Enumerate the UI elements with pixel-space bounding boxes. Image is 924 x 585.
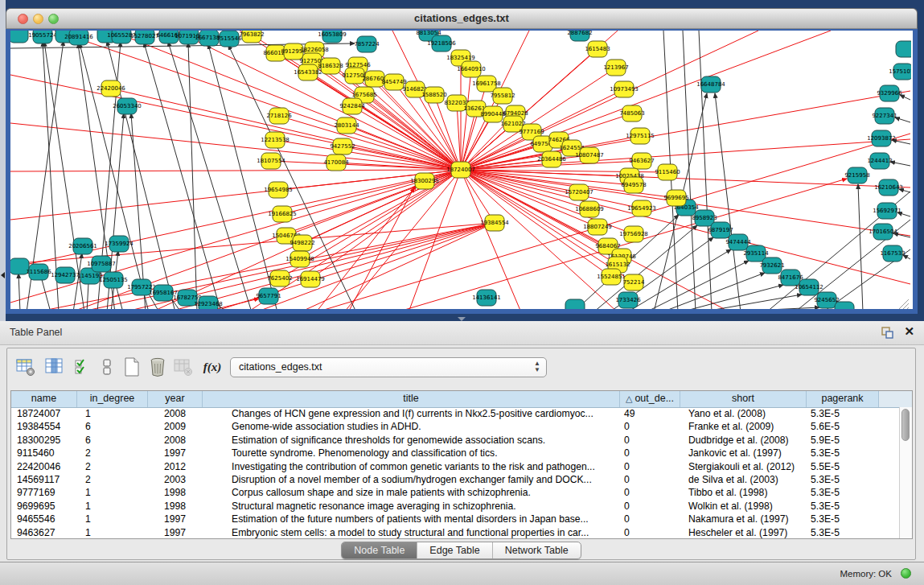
- cell-year[interactable]: 2009: [148, 420, 203, 433]
- network-node[interactable]: [565, 299, 585, 312]
- cell-year[interactable]: 1998: [148, 500, 203, 513]
- cell-in_degree[interactable]: 2: [77, 473, 148, 486]
- network-node[interactable]: 1615483: [585, 41, 610, 57]
- network-node[interactable]: 20206561: [68, 238, 97, 254]
- network-node[interactable]: 6949578: [621, 177, 646, 193]
- network-node[interactable]: 16053809: [318, 31, 347, 43]
- cell-year[interactable]: 2003: [148, 473, 203, 486]
- cell-name[interactable]: 14569117: [11, 473, 77, 486]
- network-node[interactable]: 15692971: [873, 203, 901, 219]
- column-header-name[interactable]: name: [11, 391, 77, 407]
- network-node[interactable]: 10973493: [610, 81, 639, 97]
- cell-year[interactable]: 2008: [148, 407, 203, 420]
- table-mode-button[interactable]: [14, 355, 38, 379]
- cell-short[interactable]: Yano et al. (2008): [680, 407, 807, 420]
- column-header-year[interactable]: year: [148, 391, 203, 407]
- cell-out_de[interactable]: 0: [620, 486, 680, 499]
- table-row[interactable]: 1830029562008Estimation of significance …: [11, 434, 899, 447]
- network-node[interactable]: 12093872: [867, 130, 896, 146]
- float-panel-icon[interactable]: [881, 327, 893, 339]
- cell-name[interactable]: 22420046: [11, 460, 77, 473]
- table-row[interactable]: 1938455462009Genome-wide association stu…: [11, 420, 899, 433]
- network-graph[interactable]: 1905572420891416106552871527802764661601…: [10, 31, 911, 312]
- network-node[interactable]: 12213538: [261, 132, 290, 148]
- network-node[interactable]: 7625402: [267, 270, 292, 286]
- cell-pagerank[interactable]: 5.3E-5: [807, 447, 879, 459]
- network-node[interactable]: 9115460: [655, 164, 680, 180]
- column-header-title[interactable]: title: [203, 391, 620, 407]
- tab-node-table[interactable]: Node Table: [342, 542, 417, 558]
- cell-name[interactable]: 18300295: [11, 434, 77, 447]
- cell-title[interactable]: Disruption of a novel member of a sodium…: [203, 473, 620, 486]
- network-node[interactable]: 2803144: [334, 117, 359, 134]
- network-node[interactable]: 15278027: [130, 31, 159, 44]
- cell-in_degree[interactable]: 1: [77, 526, 148, 538]
- network-node[interactable]: 1244413: [867, 153, 892, 169]
- network-node[interactable]: 9699695: [663, 190, 688, 206]
- cell-title[interactable]: Investigating the contribution of common…: [203, 460, 620, 473]
- cell-out_de[interactable]: 49: [620, 407, 680, 420]
- window-titlebar[interactable]: citations_edges.txt: [6, 8, 918, 29]
- cell-year[interactable]: 1997: [148, 447, 203, 459]
- network-node[interactable]: 2718126: [266, 108, 292, 124]
- cell-year[interactable]: 1997: [148, 513, 203, 525]
- cell-pagerank[interactable]: 5.9E-5: [807, 434, 879, 447]
- cell-name[interactable]: 9463627: [11, 526, 77, 538]
- cell-name[interactable]: 9777169: [11, 486, 77, 499]
- network-node[interactable]: 19055724: [28, 31, 57, 43]
- panel-collapse-arrow-icon[interactable]: [1, 272, 5, 278]
- network-node[interactable]: 7857224: [354, 36, 380, 52]
- network-node[interactable]: 9657791: [256, 288, 281, 304]
- cell-in_degree[interactable]: 1: [77, 407, 148, 420]
- network-node[interactable]: 9242844: [339, 98, 365, 114]
- cell-pagerank[interactable]: 5.3E-5: [807, 473, 879, 486]
- table-vertical-scrollbar[interactable]: [899, 407, 912, 538]
- cell-in_degree[interactable]: 1: [77, 486, 148, 499]
- cell-out_de[interactable]: 0: [620, 526, 680, 538]
- network-node[interactable]: 9498222: [290, 235, 314, 251]
- cell-out_de[interactable]: 0: [620, 513, 680, 525]
- network-node[interactable]: 18807249: [583, 219, 612, 235]
- cell-pagerank[interactable]: 5.3E-5: [807, 526, 879, 538]
- show-column-button[interactable]: [43, 355, 67, 379]
- network-node[interactable]: 1213967: [603, 60, 628, 76]
- network-node[interactable]: 8990448: [480, 106, 505, 122]
- cell-title[interactable]: Estimation of significance thresholds fo…: [203, 434, 620, 447]
- network-node[interactable]: 8186328: [318, 58, 343, 74]
- cell-pagerank[interactable]: 5.6E-5: [807, 420, 879, 433]
- network-node[interactable]: 9427552: [330, 138, 355, 154]
- cell-in_degree[interactable]: 2: [77, 447, 148, 459]
- cell-pagerank[interactable]: 5.3E-5: [807, 486, 879, 499]
- table-row[interactable]: 969969511998Structural magnetic resonanc…: [11, 500, 899, 513]
- cell-title[interactable]: Tourette syndrome. Phenomenology and cla…: [203, 447, 620, 459]
- network-node[interactable]: 4170084: [323, 154, 349, 171]
- cell-year[interactable]: 1997: [148, 526, 203, 538]
- network-node[interactable]: 19756928: [619, 226, 648, 242]
- cell-name[interactable]: 9115460: [11, 447, 77, 459]
- cell-year[interactable]: 1998: [148, 486, 203, 499]
- network-node[interactable]: 1733426: [615, 292, 641, 308]
- cell-short[interactable]: Hescheler et al. (1997): [680, 526, 807, 538]
- cell-out_de[interactable]: 0: [620, 500, 680, 513]
- table-row[interactable]: 911546021997Tourette syndrome. Phenomeno…: [11, 447, 899, 459]
- network-node[interactable]: 12942737: [51, 267, 80, 283]
- network-node[interactable]: 17016504: [869, 224, 897, 240]
- cell-year[interactable]: 2008: [148, 434, 203, 447]
- table-row[interactable]: 1872400712008Changes of HCN gene express…: [11, 407, 899, 420]
- cell-title[interactable]: Estimation of the future numbers of pati…: [203, 513, 620, 525]
- cell-short[interactable]: Franke et al. (2009): [680, 420, 807, 433]
- table-row[interactable]: 946554611997Estimation of the future num…: [11, 513, 899, 525]
- tab-edge-table[interactable]: Edge Table: [417, 542, 491, 558]
- table-source-dropdown[interactable]: citations_edges.txt ▲▼: [230, 357, 547, 377]
- network-node[interactable]: 752214: [623, 274, 645, 290]
- canvas-resize-grip[interactable]: [898, 299, 909, 310]
- cell-pagerank[interactable]: 5.3E-5: [807, 513, 879, 525]
- network-node[interactable]: 7932621: [759, 257, 784, 274]
- column-header-short[interactable]: short: [680, 391, 807, 407]
- network-node[interactable]: 1115686: [26, 264, 51, 280]
- function-builder-button[interactable]: f(x): [200, 355, 224, 379]
- network-node[interactable]: 14136141: [472, 290, 501, 306]
- network-node[interactable]: [835, 302, 854, 312]
- select-columns-button[interactable]: [72, 355, 96, 379]
- cell-title[interactable]: Embryonic stem cells: a model to study s…: [203, 526, 620, 538]
